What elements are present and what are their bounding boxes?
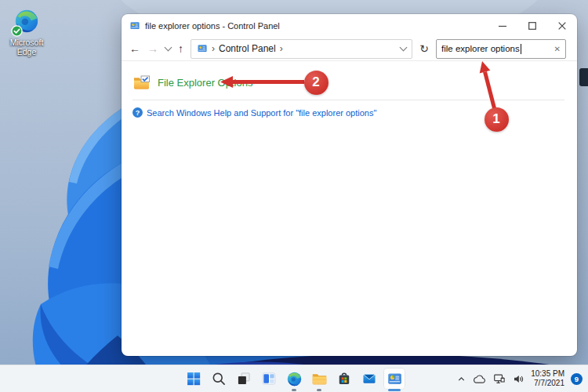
clock-time: 10:35 PM <box>531 369 564 379</box>
control-panel-icon <box>129 20 140 31</box>
edge-button[interactable] <box>283 368 305 390</box>
desktop: Microsoft Edge file explorer options - C… <box>0 0 588 392</box>
results-divider <box>132 100 564 100</box>
widgets-icon <box>261 371 277 387</box>
help-link-label[interactable]: Search Windows Help and Support for "fil… <box>147 108 376 118</box>
task-view-icon <box>236 371 252 387</box>
forward-button[interactable]: → <box>147 43 158 54</box>
control-panel-icon <box>387 371 403 387</box>
taskbar: 10:35 PM 7/7/2021 9 <box>0 365 588 392</box>
close-icon <box>558 22 566 30</box>
minimize-icon <box>499 22 506 30</box>
taskbar-center-icons <box>183 365 405 392</box>
address-dropdown-icon[interactable] <box>400 44 408 52</box>
title-bar[interactable]: file explorer options - Control Panel <box>122 14 577 37</box>
window-title: file explorer options - Control Panel <box>145 21 280 31</box>
edge-running-indicator <box>292 389 296 391</box>
close-button[interactable] <box>547 14 577 37</box>
minimize-button[interactable] <box>488 14 517 37</box>
maximize-icon <box>528 22 536 30</box>
result-label[interactable]: File Explorer Options <box>158 77 252 89</box>
breadcrumb-separator: › <box>212 43 215 54</box>
search-value: file explorer options <box>441 44 520 53</box>
control-panel-active-indicator <box>388 389 401 391</box>
microsoft-edge-icon <box>286 371 303 387</box>
search-button[interactable] <box>208 368 230 390</box>
navigation-toolbar: ← → ↑ › Control Panel › ↻ file explorer … <box>122 37 577 61</box>
widgets-button[interactable] <box>258 368 280 390</box>
chevron-up-icon <box>456 374 466 384</box>
search-results-panel: File Explorer Options ? Search Windows H… <box>122 61 577 118</box>
clipped-window-fragment <box>579 68 588 86</box>
shortcut-label: Microsoft Edge <box>4 38 49 56</box>
address-bar[interactable]: › Control Panel › <box>191 39 412 59</box>
microsoft-store-button[interactable] <box>333 368 355 390</box>
sync-check-badge-icon <box>11 25 23 37</box>
back-button[interactable]: ← <box>129 43 140 54</box>
file-explorer-running-indicator <box>317 389 321 391</box>
clear-search-icon[interactable]: ✕ <box>551 45 561 53</box>
system-tray: 10:35 PM 7/7/2021 9 <box>456 365 583 392</box>
file-explorer-options-icon <box>132 75 151 90</box>
mail-button[interactable] <box>358 368 380 390</box>
onedrive-tray-button[interactable] <box>473 374 486 384</box>
control-panel-breadcrumb-icon <box>197 43 208 54</box>
history-dropdown-icon[interactable] <box>165 44 172 52</box>
breadcrumb-separator[interactable]: › <box>280 43 283 54</box>
microsoft-store-icon <box>336 371 352 387</box>
file-explorer-button[interactable] <box>308 368 330 390</box>
search-input[interactable]: file explorer options ✕ <box>436 39 566 59</box>
refresh-button[interactable]: ↻ <box>419 42 429 55</box>
taskbar-clock[interactable]: 10:35 PM 7/7/2021 <box>531 369 564 388</box>
speaker-icon <box>512 373 524 385</box>
tray-overflow-button[interactable] <box>456 374 466 384</box>
control-panel-window: file explorer options - Control Panel ← … <box>122 14 577 356</box>
cloud-icon <box>473 374 486 384</box>
desktop-shortcut-microsoft-edge[interactable]: Microsoft Edge <box>4 8 49 56</box>
help-search-link[interactable]: ? Search Windows Help and Support for "f… <box>132 107 376 118</box>
file-explorer-icon <box>311 372 328 386</box>
breadcrumb-control-panel[interactable]: Control Panel <box>219 43 276 54</box>
clock-date: 7/7/2021 <box>531 379 564 388</box>
text-caret <box>521 44 521 54</box>
start-button[interactable] <box>183 368 205 390</box>
ethernet-display-icon <box>492 372 506 385</box>
up-button[interactable]: ↑ <box>178 43 183 54</box>
network-tray-button[interactable] <box>492 372 506 385</box>
mail-icon <box>361 371 377 387</box>
help-icon: ? <box>132 107 143 118</box>
task-view-button[interactable] <box>233 368 255 390</box>
notification-count-badge[interactable]: 9 <box>571 373 583 385</box>
result-file-explorer-options[interactable]: File Explorer Options <box>132 75 252 90</box>
volume-tray-button[interactable] <box>512 373 524 385</box>
maximize-button[interactable] <box>517 14 547 37</box>
control-panel-taskbar-button[interactable] <box>383 368 405 390</box>
search-icon <box>211 371 227 387</box>
windows-start-icon <box>186 371 201 387</box>
